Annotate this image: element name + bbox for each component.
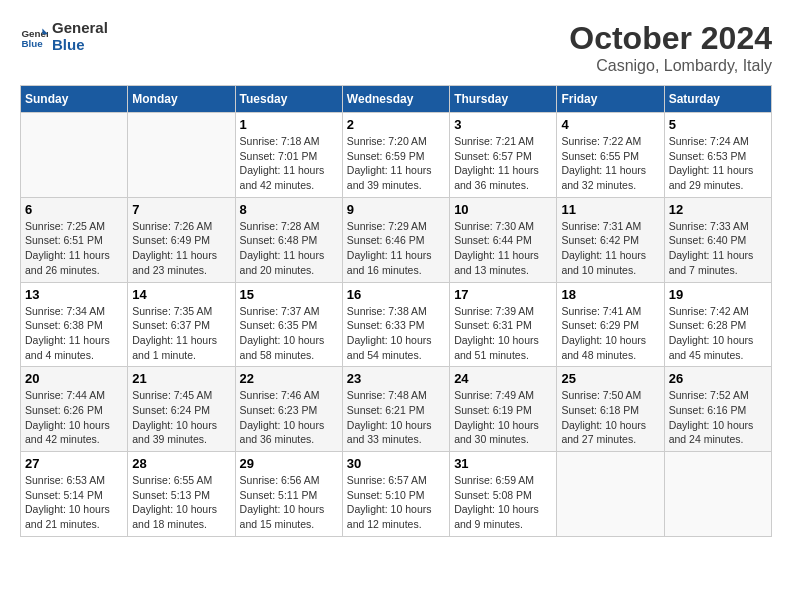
day-number: 1 <box>240 117 338 132</box>
day-cell: 1Sunrise: 7:18 AMSunset: 7:01 PMDaylight… <box>235 113 342 198</box>
day-cell: 14Sunrise: 7:35 AMSunset: 6:37 PMDayligh… <box>128 282 235 367</box>
day-cell: 19Sunrise: 7:42 AMSunset: 6:28 PMDayligh… <box>664 282 771 367</box>
day-info: Sunrise: 6:57 AMSunset: 5:10 PMDaylight:… <box>347 473 445 532</box>
day-info: Sunrise: 7:42 AMSunset: 6:28 PMDaylight:… <box>669 304 767 363</box>
day-number: 17 <box>454 287 552 302</box>
logo-general: General <box>52 20 108 37</box>
day-cell: 29Sunrise: 6:56 AMSunset: 5:11 PMDayligh… <box>235 452 342 537</box>
day-cell <box>664 452 771 537</box>
logo-icon: General Blue <box>20 23 48 51</box>
day-cell: 4Sunrise: 7:22 AMSunset: 6:55 PMDaylight… <box>557 113 664 198</box>
day-cell: 16Sunrise: 7:38 AMSunset: 6:33 PMDayligh… <box>342 282 449 367</box>
day-cell: 25Sunrise: 7:50 AMSunset: 6:18 PMDayligh… <box>557 367 664 452</box>
logo: General Blue General Blue <box>20 20 108 53</box>
day-info: Sunrise: 6:53 AMSunset: 5:14 PMDaylight:… <box>25 473 123 532</box>
day-info: Sunrise: 7:52 AMSunset: 6:16 PMDaylight:… <box>669 388 767 447</box>
day-cell <box>128 113 235 198</box>
day-info: Sunrise: 7:35 AMSunset: 6:37 PMDaylight:… <box>132 304 230 363</box>
day-info: Sunrise: 7:33 AMSunset: 6:40 PMDaylight:… <box>669 219 767 278</box>
day-info: Sunrise: 7:30 AMSunset: 6:44 PMDaylight:… <box>454 219 552 278</box>
header-cell-monday: Monday <box>128 86 235 113</box>
day-number: 25 <box>561 371 659 386</box>
day-info: Sunrise: 7:44 AMSunset: 6:26 PMDaylight:… <box>25 388 123 447</box>
week-row-3: 13Sunrise: 7:34 AMSunset: 6:38 PMDayligh… <box>21 282 772 367</box>
day-cell: 23Sunrise: 7:48 AMSunset: 6:21 PMDayligh… <box>342 367 449 452</box>
day-info: Sunrise: 7:46 AMSunset: 6:23 PMDaylight:… <box>240 388 338 447</box>
day-number: 14 <box>132 287 230 302</box>
month-title: October 2024 <box>569 20 772 57</box>
day-info: Sunrise: 7:38 AMSunset: 6:33 PMDaylight:… <box>347 304 445 363</box>
day-info: Sunrise: 7:29 AMSunset: 6:46 PMDaylight:… <box>347 219 445 278</box>
day-cell: 30Sunrise: 6:57 AMSunset: 5:10 PMDayligh… <box>342 452 449 537</box>
week-row-5: 27Sunrise: 6:53 AMSunset: 5:14 PMDayligh… <box>21 452 772 537</box>
day-cell: 17Sunrise: 7:39 AMSunset: 6:31 PMDayligh… <box>450 282 557 367</box>
day-number: 28 <box>132 456 230 471</box>
title-area: October 2024 Casnigo, Lombardy, Italy <box>569 20 772 75</box>
day-cell: 8Sunrise: 7:28 AMSunset: 6:48 PMDaylight… <box>235 197 342 282</box>
day-cell: 11Sunrise: 7:31 AMSunset: 6:42 PMDayligh… <box>557 197 664 282</box>
day-info: Sunrise: 7:25 AMSunset: 6:51 PMDaylight:… <box>25 219 123 278</box>
header-cell-saturday: Saturday <box>664 86 771 113</box>
day-number: 4 <box>561 117 659 132</box>
day-info: Sunrise: 7:26 AMSunset: 6:49 PMDaylight:… <box>132 219 230 278</box>
day-cell: 5Sunrise: 7:24 AMSunset: 6:53 PMDaylight… <box>664 113 771 198</box>
day-cell: 21Sunrise: 7:45 AMSunset: 6:24 PMDayligh… <box>128 367 235 452</box>
day-cell: 6Sunrise: 7:25 AMSunset: 6:51 PMDaylight… <box>21 197 128 282</box>
header-cell-friday: Friday <box>557 86 664 113</box>
location-title: Casnigo, Lombardy, Italy <box>569 57 772 75</box>
day-info: Sunrise: 6:55 AMSunset: 5:13 PMDaylight:… <box>132 473 230 532</box>
day-info: Sunrise: 7:48 AMSunset: 6:21 PMDaylight:… <box>347 388 445 447</box>
day-cell: 26Sunrise: 7:52 AMSunset: 6:16 PMDayligh… <box>664 367 771 452</box>
header-row: SundayMondayTuesdayWednesdayThursdayFrid… <box>21 86 772 113</box>
week-row-4: 20Sunrise: 7:44 AMSunset: 6:26 PMDayligh… <box>21 367 772 452</box>
day-number: 23 <box>347 371 445 386</box>
day-number: 30 <box>347 456 445 471</box>
day-info: Sunrise: 7:34 AMSunset: 6:38 PMDaylight:… <box>25 304 123 363</box>
day-number: 19 <box>669 287 767 302</box>
day-cell: 2Sunrise: 7:20 AMSunset: 6:59 PMDaylight… <box>342 113 449 198</box>
day-cell: 31Sunrise: 6:59 AMSunset: 5:08 PMDayligh… <box>450 452 557 537</box>
day-cell: 18Sunrise: 7:41 AMSunset: 6:29 PMDayligh… <box>557 282 664 367</box>
day-cell: 3Sunrise: 7:21 AMSunset: 6:57 PMDaylight… <box>450 113 557 198</box>
day-cell: 24Sunrise: 7:49 AMSunset: 6:19 PMDayligh… <box>450 367 557 452</box>
day-number: 26 <box>669 371 767 386</box>
day-number: 24 <box>454 371 552 386</box>
day-number: 16 <box>347 287 445 302</box>
day-number: 7 <box>132 202 230 217</box>
day-cell <box>21 113 128 198</box>
day-info: Sunrise: 7:22 AMSunset: 6:55 PMDaylight:… <box>561 134 659 193</box>
day-number: 27 <box>25 456 123 471</box>
day-number: 29 <box>240 456 338 471</box>
day-number: 2 <box>347 117 445 132</box>
day-cell: 9Sunrise: 7:29 AMSunset: 6:46 PMDaylight… <box>342 197 449 282</box>
day-info: Sunrise: 6:56 AMSunset: 5:11 PMDaylight:… <box>240 473 338 532</box>
day-cell: 10Sunrise: 7:30 AMSunset: 6:44 PMDayligh… <box>450 197 557 282</box>
day-info: Sunrise: 7:18 AMSunset: 7:01 PMDaylight:… <box>240 134 338 193</box>
day-number: 20 <box>25 371 123 386</box>
header-cell-thursday: Thursday <box>450 86 557 113</box>
day-info: Sunrise: 6:59 AMSunset: 5:08 PMDaylight:… <box>454 473 552 532</box>
day-cell: 7Sunrise: 7:26 AMSunset: 6:49 PMDaylight… <box>128 197 235 282</box>
day-info: Sunrise: 7:37 AMSunset: 6:35 PMDaylight:… <box>240 304 338 363</box>
logo-blue: Blue <box>52 37 108 54</box>
day-number: 18 <box>561 287 659 302</box>
day-cell: 20Sunrise: 7:44 AMSunset: 6:26 PMDayligh… <box>21 367 128 452</box>
day-info: Sunrise: 7:28 AMSunset: 6:48 PMDaylight:… <box>240 219 338 278</box>
week-row-2: 6Sunrise: 7:25 AMSunset: 6:51 PMDaylight… <box>21 197 772 282</box>
day-info: Sunrise: 7:21 AMSunset: 6:57 PMDaylight:… <box>454 134 552 193</box>
day-number: 9 <box>347 202 445 217</box>
day-number: 3 <box>454 117 552 132</box>
svg-text:Blue: Blue <box>21 37 43 48</box>
header: General Blue General Blue October 2024 C… <box>20 20 772 75</box>
day-number: 21 <box>132 371 230 386</box>
header-cell-tuesday: Tuesday <box>235 86 342 113</box>
day-info: Sunrise: 7:31 AMSunset: 6:42 PMDaylight:… <box>561 219 659 278</box>
day-info: Sunrise: 7:50 AMSunset: 6:18 PMDaylight:… <box>561 388 659 447</box>
day-number: 13 <box>25 287 123 302</box>
day-info: Sunrise: 7:24 AMSunset: 6:53 PMDaylight:… <box>669 134 767 193</box>
day-number: 12 <box>669 202 767 217</box>
day-info: Sunrise: 7:41 AMSunset: 6:29 PMDaylight:… <box>561 304 659 363</box>
day-cell: 28Sunrise: 6:55 AMSunset: 5:13 PMDayligh… <box>128 452 235 537</box>
week-row-1: 1Sunrise: 7:18 AMSunset: 7:01 PMDaylight… <box>21 113 772 198</box>
day-info: Sunrise: 7:20 AMSunset: 6:59 PMDaylight:… <box>347 134 445 193</box>
